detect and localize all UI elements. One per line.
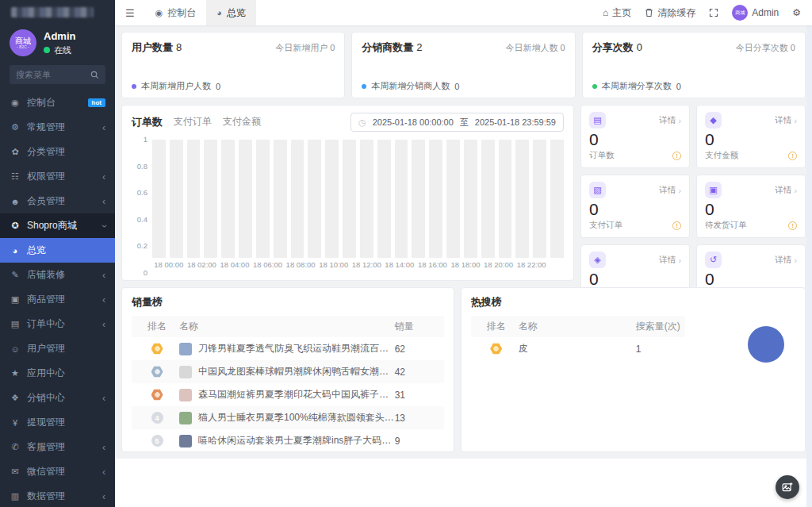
- tile-detail-link[interactable]: 详情›: [660, 115, 682, 126]
- table-row: 皮1: [471, 337, 685, 360]
- sidebar-search: [10, 65, 105, 84]
- vertical-scrollbar[interactable]: [806, 25, 812, 507]
- clock-icon: ◷: [358, 117, 366, 128]
- rank-number: 4: [151, 412, 163, 424]
- tile-value: 0: [589, 200, 681, 219]
- info-circle-icon[interactable]: !: [788, 221, 797, 230]
- sidebar-item[interactable]: ✎店铺装修‹: [0, 263, 115, 287]
- chart-bar: [221, 140, 235, 258]
- search-icon: [90, 71, 99, 79]
- chart-tab[interactable]: 支付订单: [174, 115, 212, 129]
- expand-icon: [709, 8, 718, 17]
- row-value: 62: [395, 344, 441, 355]
- date-start-value[interactable]: 2025-01-18 00:00:00: [373, 117, 454, 127]
- chevron-right-icon: ›: [679, 255, 682, 265]
- sidebar-item[interactable]: ✪Shopro商城‹: [0, 213, 115, 238]
- row-value: 31: [395, 390, 441, 401]
- clear-cache-label: 清除缓存: [657, 6, 695, 20]
- sidebar-item[interactable]: ❖分销中心‹: [0, 386, 115, 410]
- clear-cache-button[interactable]: 清除缓存: [645, 6, 695, 20]
- sidebar-item-label: 店铺装修: [27, 268, 65, 282]
- chart-bar: [446, 140, 460, 258]
- table-header-row: 排名名称销量: [132, 316, 444, 337]
- gear-icon: ⚙: [792, 7, 801, 18]
- stat-tile: ◆详情›0支付金额!: [696, 105, 806, 168]
- col-header: 排名: [474, 320, 519, 333]
- col-header: 排名: [135, 320, 179, 333]
- sidebar-item-label: 订单中心: [27, 317, 65, 331]
- chart-bar: [343, 140, 356, 258]
- tile-value: 0: [589, 130, 681, 149]
- sidebar-item[interactable]: ◕总览: [0, 238, 115, 263]
- x-axis-labels: 18 00:0018 02:0018 04:0018 06:0018 08:00…: [152, 260, 564, 273]
- quick-action-fab[interactable]: [776, 475, 799, 499]
- tile-detail-link[interactable]: 详情›: [660, 255, 682, 266]
- topbar-user-menu[interactable]: 商城 Admin: [732, 5, 779, 21]
- table-row: 刀锋男鞋夏季透气防臭飞织运动鞋男潮流百搭休闲网面跑步鞋大码4662: [132, 337, 444, 360]
- sidebar-item-label: 会员管理: [27, 194, 65, 208]
- avatar[interactable]: 商城 - B2C -: [10, 29, 36, 56]
- sidebar-item[interactable]: ☺用户管理: [0, 336, 115, 361]
- stat-today-value: 0: [330, 43, 335, 52]
- date-range-picker[interactable]: ◷ 2025-01-18 00:00:00 至 2025-01-18 23:59…: [350, 113, 564, 132]
- sidebar-item[interactable]: ⚙常规管理‹: [0, 115, 115, 140]
- info-circle-icon[interactable]: !: [788, 152, 797, 160]
- fullscreen-button[interactable]: [709, 8, 718, 17]
- settings-button[interactable]: ⚙: [792, 7, 801, 18]
- sidebar-item[interactable]: ▥数据管理‹: [0, 484, 115, 507]
- sidebar-toggle-button[interactable]: ☰: [115, 0, 145, 25]
- sidebar-item[interactable]: ✆客服管理‹: [0, 435, 115, 459]
- row-name: 刀锋男鞋夏季透气防臭飞织运动鞋男潮流百搭休闲网面跑步鞋大码46: [198, 342, 395, 355]
- sidebar-item[interactable]: ▣商品管理‹: [0, 287, 115, 312]
- sidebar-item[interactable]: ★应用中心: [0, 361, 115, 386]
- chart-bar: [274, 140, 287, 258]
- topbar-user-name: Admin: [752, 7, 779, 18]
- chart-bar: [429, 140, 442, 258]
- tile-value: 0: [589, 270, 681, 289]
- medal-rank-1-icon: [490, 343, 502, 355]
- sidebar-item[interactable]: ▤订单中心‹: [0, 312, 115, 336]
- sidebar-item[interactable]: ☷权限管理‹: [0, 164, 115, 189]
- stat-week-dot: [132, 84, 136, 89]
- sidebar-item[interactable]: ✉微信管理‹: [0, 459, 115, 484]
- chart-tabs: 订单数支付订单支付金额: [132, 115, 261, 129]
- info-circle-icon[interactable]: !: [672, 221, 681, 230]
- sidebar-item[interactable]: ◉控制台hot: [0, 90, 115, 115]
- sidebar-item-label: 数据管理: [27, 490, 65, 503]
- sidebar-item[interactable]: ✿分类管理: [0, 140, 115, 164]
- stat-title: 分销商数量: [362, 41, 413, 53]
- sidebar-item[interactable]: ☻会员管理‹: [0, 189, 115, 213]
- stat-week-value: 0: [454, 82, 459, 91]
- tile-detail-link[interactable]: 详情›: [660, 185, 682, 196]
- online-status-dot: [44, 47, 50, 53]
- topbar-avatar: 商城: [732, 5, 748, 21]
- sidebar-item[interactable]: ¥提现管理: [0, 410, 115, 435]
- sidebar: 商城 - B2C - Admin 在线 ◉控制台hot⚙常规管理‹✿分类管理☷权…: [0, 0, 115, 507]
- tile-detail-link[interactable]: 详情›: [776, 115, 798, 126]
- topbar-tab[interactable]: ◉控制台: [145, 0, 207, 25]
- tile-detail-link[interactable]: 详情›: [776, 255, 798, 266]
- medal-rank-3-icon: [151, 389, 163, 401]
- chevron-right-icon: ›: [795, 116, 798, 125]
- chart-bars: [152, 140, 564, 258]
- tile-detail-link[interactable]: 详情›: [776, 185, 798, 196]
- date-end-value[interactable]: 2025-01-18 23:59:59: [475, 117, 556, 127]
- chart-tab[interactable]: 支付金额: [223, 115, 261, 129]
- home-button[interactable]: ⌂ 主页: [603, 6, 631, 20]
- chart-bar: [170, 140, 183, 258]
- chart-bar: [499, 140, 512, 258]
- topbar-tab[interactable]: ◕总览: [206, 0, 256, 25]
- chart-bar: [533, 140, 546, 258]
- info-circle-icon[interactable]: !: [672, 152, 681, 160]
- product-thumbnail: [179, 389, 192, 401]
- menu-search-input[interactable]: [16, 70, 86, 79]
- chevron-right-icon: ›: [795, 255, 798, 265]
- row-value: 1: [636, 344, 682, 355]
- product-thumbnail: [179, 435, 192, 447]
- image-plus-icon: [782, 482, 793, 493]
- service-icon: ✆: [10, 442, 21, 452]
- stat-title: 分享次数: [592, 41, 634, 53]
- avatar-subtext: - B2C -: [17, 45, 29, 50]
- sidebar-item-label: 权限管理: [27, 170, 65, 183]
- chart-tab[interactable]: 订单数: [132, 115, 163, 129]
